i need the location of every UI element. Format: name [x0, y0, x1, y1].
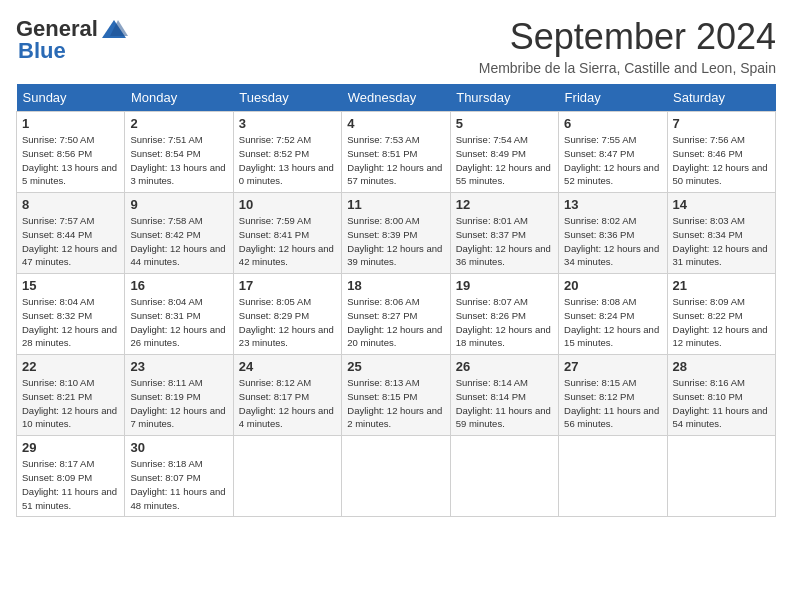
day-info: Sunrise: 7:54 AMSunset: 8:49 PMDaylight:… [456, 133, 553, 188]
calendar-header-tuesday: Tuesday [233, 84, 341, 112]
calendar-cell: 23Sunrise: 8:11 AMSunset: 8:19 PMDayligh… [125, 355, 233, 436]
calendar-cell: 14Sunrise: 8:03 AMSunset: 8:34 PMDayligh… [667, 193, 775, 274]
calendar-cell: 29Sunrise: 8:17 AMSunset: 8:09 PMDayligh… [17, 436, 125, 517]
calendar-cell: 22Sunrise: 8:10 AMSunset: 8:21 PMDayligh… [17, 355, 125, 436]
day-info: Sunrise: 8:06 AMSunset: 8:27 PMDaylight:… [347, 295, 444, 350]
day-number: 27 [564, 359, 661, 374]
day-number: 4 [347, 116, 444, 131]
day-info: Sunrise: 7:52 AMSunset: 8:52 PMDaylight:… [239, 133, 336, 188]
day-number: 8 [22, 197, 119, 212]
calendar-header-friday: Friday [559, 84, 667, 112]
calendar-cell: 8Sunrise: 7:57 AMSunset: 8:44 PMDaylight… [17, 193, 125, 274]
calendar-cell: 15Sunrise: 8:04 AMSunset: 8:32 PMDayligh… [17, 274, 125, 355]
calendar-cell: 13Sunrise: 8:02 AMSunset: 8:36 PMDayligh… [559, 193, 667, 274]
calendar-header-saturday: Saturday [667, 84, 775, 112]
calendar-cell: 11Sunrise: 8:00 AMSunset: 8:39 PMDayligh… [342, 193, 450, 274]
title-section: September 2024 Membribe de la Sierra, Ca… [479, 16, 776, 76]
day-info: Sunrise: 8:04 AMSunset: 8:32 PMDaylight:… [22, 295, 119, 350]
day-number: 26 [456, 359, 553, 374]
day-number: 17 [239, 278, 336, 293]
calendar-cell: 24Sunrise: 8:12 AMSunset: 8:17 PMDayligh… [233, 355, 341, 436]
day-number: 15 [22, 278, 119, 293]
day-info: Sunrise: 7:56 AMSunset: 8:46 PMDaylight:… [673, 133, 770, 188]
calendar-header-monday: Monday [125, 84, 233, 112]
calendar-cell [450, 436, 558, 517]
logo: General Blue [16, 16, 128, 64]
day-info: Sunrise: 8:15 AMSunset: 8:12 PMDaylight:… [564, 376, 661, 431]
calendar-cell: 19Sunrise: 8:07 AMSunset: 8:26 PMDayligh… [450, 274, 558, 355]
day-info: Sunrise: 8:01 AMSunset: 8:37 PMDaylight:… [456, 214, 553, 269]
day-info: Sunrise: 7:53 AMSunset: 8:51 PMDaylight:… [347, 133, 444, 188]
day-info: Sunrise: 8:17 AMSunset: 8:09 PMDaylight:… [22, 457, 119, 512]
calendar-cell: 25Sunrise: 8:13 AMSunset: 8:15 PMDayligh… [342, 355, 450, 436]
day-info: Sunrise: 8:12 AMSunset: 8:17 PMDaylight:… [239, 376, 336, 431]
calendar-cell [667, 436, 775, 517]
day-number: 9 [130, 197, 227, 212]
day-info: Sunrise: 7:59 AMSunset: 8:41 PMDaylight:… [239, 214, 336, 269]
calendar-cell: 17Sunrise: 8:05 AMSunset: 8:29 PMDayligh… [233, 274, 341, 355]
day-info: Sunrise: 8:11 AMSunset: 8:19 PMDaylight:… [130, 376, 227, 431]
day-number: 2 [130, 116, 227, 131]
calendar-header-thursday: Thursday [450, 84, 558, 112]
day-number: 25 [347, 359, 444, 374]
day-info: Sunrise: 8:14 AMSunset: 8:14 PMDaylight:… [456, 376, 553, 431]
calendar-week-row: 29Sunrise: 8:17 AMSunset: 8:09 PMDayligh… [17, 436, 776, 517]
day-info: Sunrise: 8:18 AMSunset: 8:07 PMDaylight:… [130, 457, 227, 512]
location: Membribe de la Sierra, Castille and Leon… [479, 60, 776, 76]
day-info: Sunrise: 8:08 AMSunset: 8:24 PMDaylight:… [564, 295, 661, 350]
day-info: Sunrise: 8:16 AMSunset: 8:10 PMDaylight:… [673, 376, 770, 431]
day-number: 12 [456, 197, 553, 212]
day-info: Sunrise: 7:50 AMSunset: 8:56 PMDaylight:… [22, 133, 119, 188]
day-number: 3 [239, 116, 336, 131]
day-number: 10 [239, 197, 336, 212]
day-info: Sunrise: 8:02 AMSunset: 8:36 PMDaylight:… [564, 214, 661, 269]
calendar-cell: 16Sunrise: 8:04 AMSunset: 8:31 PMDayligh… [125, 274, 233, 355]
calendar-cell: 27Sunrise: 8:15 AMSunset: 8:12 PMDayligh… [559, 355, 667, 436]
calendar-cell: 1Sunrise: 7:50 AMSunset: 8:56 PMDaylight… [17, 112, 125, 193]
day-number: 6 [564, 116, 661, 131]
calendar-cell: 30Sunrise: 8:18 AMSunset: 8:07 PMDayligh… [125, 436, 233, 517]
calendar-cell: 9Sunrise: 7:58 AMSunset: 8:42 PMDaylight… [125, 193, 233, 274]
calendar-cell: 21Sunrise: 8:09 AMSunset: 8:22 PMDayligh… [667, 274, 775, 355]
calendar-cell: 26Sunrise: 8:14 AMSunset: 8:14 PMDayligh… [450, 355, 558, 436]
calendar-cell: 12Sunrise: 8:01 AMSunset: 8:37 PMDayligh… [450, 193, 558, 274]
calendar-week-row: 15Sunrise: 8:04 AMSunset: 8:32 PMDayligh… [17, 274, 776, 355]
day-number: 20 [564, 278, 661, 293]
day-info: Sunrise: 8:10 AMSunset: 8:21 PMDaylight:… [22, 376, 119, 431]
day-info: Sunrise: 8:07 AMSunset: 8:26 PMDaylight:… [456, 295, 553, 350]
calendar-week-row: 8Sunrise: 7:57 AMSunset: 8:44 PMDaylight… [17, 193, 776, 274]
day-number: 22 [22, 359, 119, 374]
logo-blue-text: Blue [18, 38, 66, 64]
calendar-cell: 10Sunrise: 7:59 AMSunset: 8:41 PMDayligh… [233, 193, 341, 274]
day-number: 14 [673, 197, 770, 212]
calendar-week-row: 22Sunrise: 8:10 AMSunset: 8:21 PMDayligh… [17, 355, 776, 436]
day-info: Sunrise: 8:03 AMSunset: 8:34 PMDaylight:… [673, 214, 770, 269]
day-info: Sunrise: 8:05 AMSunset: 8:29 PMDaylight:… [239, 295, 336, 350]
day-number: 24 [239, 359, 336, 374]
day-number: 18 [347, 278, 444, 293]
calendar-cell: 4Sunrise: 7:53 AMSunset: 8:51 PMDaylight… [342, 112, 450, 193]
calendar-cell [559, 436, 667, 517]
day-info: Sunrise: 8:00 AMSunset: 8:39 PMDaylight:… [347, 214, 444, 269]
day-number: 28 [673, 359, 770, 374]
month-title: September 2024 [479, 16, 776, 58]
calendar-cell: 3Sunrise: 7:52 AMSunset: 8:52 PMDaylight… [233, 112, 341, 193]
day-number: 19 [456, 278, 553, 293]
day-number: 13 [564, 197, 661, 212]
calendar-cell: 6Sunrise: 7:55 AMSunset: 8:47 PMDaylight… [559, 112, 667, 193]
calendar-table: SundayMondayTuesdayWednesdayThursdayFrid… [16, 84, 776, 517]
calendar-cell: 28Sunrise: 8:16 AMSunset: 8:10 PMDayligh… [667, 355, 775, 436]
day-number: 11 [347, 197, 444, 212]
logo-icon [100, 18, 128, 40]
calendar-cell [233, 436, 341, 517]
day-info: Sunrise: 7:55 AMSunset: 8:47 PMDaylight:… [564, 133, 661, 188]
calendar-cell: 2Sunrise: 7:51 AMSunset: 8:54 PMDaylight… [125, 112, 233, 193]
day-number: 29 [22, 440, 119, 455]
day-info: Sunrise: 7:58 AMSunset: 8:42 PMDaylight:… [130, 214, 227, 269]
calendar-cell: 5Sunrise: 7:54 AMSunset: 8:49 PMDaylight… [450, 112, 558, 193]
day-number: 21 [673, 278, 770, 293]
day-info: Sunrise: 8:04 AMSunset: 8:31 PMDaylight:… [130, 295, 227, 350]
calendar-week-row: 1Sunrise: 7:50 AMSunset: 8:56 PMDaylight… [17, 112, 776, 193]
day-info: Sunrise: 7:51 AMSunset: 8:54 PMDaylight:… [130, 133, 227, 188]
calendar-cell: 20Sunrise: 8:08 AMSunset: 8:24 PMDayligh… [559, 274, 667, 355]
